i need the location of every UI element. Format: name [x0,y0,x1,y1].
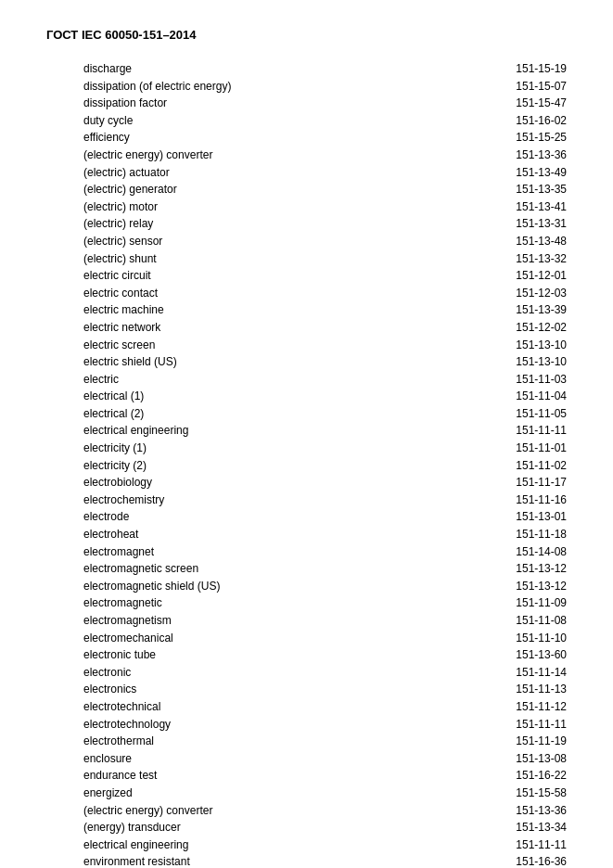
entry-term: environment resistant [46,853,343,868]
table-row: electrode151-13-01 [46,508,567,526]
entry-term: efficiency [46,129,343,147]
entry-term: electrode [46,508,343,526]
entry-term: (electric) relay [46,215,343,233]
entry-code: 151-16-02 [516,112,567,130]
table-row: electromagnetic shield (US)151-13-12 [46,578,567,595]
table-row: electroheat151-11-18 [46,526,567,543]
entry-term: electromagnetism [46,612,343,630]
table-row: dissipation factor151-15-47 [46,95,567,112]
table-row: electrobiology151-11-17 [46,474,567,491]
entry-code: 151-13-10 [516,353,567,371]
entry-term: electromagnetic screen [46,560,343,578]
entry-code: 151-11-11 [516,716,567,734]
entry-term: dissipation factor [46,95,343,112]
entry-code: 151-13-35 [516,181,567,198]
entry-code: 151-16-22 [516,767,567,785]
entry-term: electrobiology [46,474,343,491]
entry-code: 151-13-60 [516,646,567,664]
table-row: electric151-11-03 [46,371,567,389]
entry-code: 151-11-14 [516,664,567,682]
entry-code: 151-11-12 [516,698,567,716]
table-row: electronic151-11-14 [46,664,567,682]
entry-code: 151-11-09 [516,594,567,612]
entry-term: duty cycle [46,112,343,130]
entry-term: energized [46,785,343,802]
table-row: (energy) transducer151-13-34 [46,819,567,836]
entry-term: electric machine [46,301,343,319]
entry-code: 151-15-58 [516,785,567,802]
entry-term: (electric energy) converter [46,802,343,820]
table-row: electrothermal151-11-19 [46,733,567,750]
entry-term: electrical (2) [46,405,343,423]
entry-code: 151-13-36 [516,802,567,820]
entry-term: (electric) sensor [46,233,343,250]
entry-term: electricity (2) [46,457,343,475]
table-row: (electric) shunt151-13-32 [46,250,567,268]
entry-term: (electric energy) converter [46,147,343,164]
table-row: electrical engineering151-11-11 [46,836,567,854]
entry-code: 151-13-32 [516,250,567,268]
table-row: (electric) relay151-13-31 [46,215,567,233]
entry-code: 151-11-16 [516,491,567,509]
entry-term: enclosure [46,750,343,768]
table-row: (electric energy) converter151-13-36 [46,147,567,164]
entry-code: 151-15-07 [516,78,567,96]
entry-term: electromagnetic [46,594,343,612]
entry-code: 151-13-12 [516,578,567,595]
entry-code: 151-11-03 [516,371,567,389]
entry-term: electric contact [46,285,343,302]
table-row: electronics151-11-13 [46,681,567,698]
entry-term: electronic tube [46,646,343,664]
table-row: electronic tube151-13-60 [46,646,567,664]
entry-term: electrothermal [46,733,343,750]
table-row: electrochemistry151-11-16 [46,491,567,509]
entry-term: electroheat [46,526,343,543]
entry-term: electrotechnical [46,698,343,716]
entry-code: 151-13-01 [516,508,567,526]
entry-code: 151-11-11 [516,422,567,440]
entry-code: 151-11-04 [516,388,567,405]
entry-term: (electric) actuator [46,164,343,182]
entry-term: electromagnet [46,543,343,561]
table-row: electrotechnical151-11-12 [46,698,567,716]
entry-code: 151-15-19 [516,60,567,78]
table-row: electric circuit151-12-01 [46,267,567,285]
table-row: electromagnet151-14-08 [46,543,567,561]
table-row: (electric energy) converter151-13-36 [46,802,567,820]
entry-term: (electric) generator [46,181,343,198]
entry-code: 151-13-36 [516,147,567,164]
table-row: electric screen151-13-10 [46,337,567,354]
entry-term: (electric) motor [46,198,343,216]
page-header: ГОСТ IEC 60050-151–2014 [46,28,567,42]
entry-code: 151-13-39 [516,301,567,319]
table-row: endurance test151-16-22 [46,767,567,785]
entry-term: dissipation (of electric energy) [46,78,343,96]
table-row: electromagnetism151-11-08 [46,612,567,630]
entry-code: 151-11-11 [516,836,567,854]
table-row: electromagnetic151-11-09 [46,594,567,612]
table-row: duty cycle151-16-02 [46,112,567,130]
entry-code: 151-12-03 [516,285,567,302]
entry-term: electricity (1) [46,440,343,457]
entry-term: electronic [46,664,343,682]
table-row: electrical engineering151-11-11 [46,422,567,440]
table-row: efficiency151-15-25 [46,129,567,147]
table-row: electrical (1)151-11-04 [46,388,567,405]
entry-term: electric [46,371,343,389]
entry-term: electrical engineering [46,836,343,854]
entry-term: electric circuit [46,267,343,285]
entry-code: 151-11-08 [516,612,567,630]
table-row: discharge151-15-19 [46,60,567,78]
entry-code: 151-13-34 [516,819,567,836]
entry-code: 151-12-01 [516,267,567,285]
table-row: electric network151-12-02 [46,319,567,337]
entry-term: electrical (1) [46,388,343,405]
entry-code: 151-11-19 [516,733,567,750]
table-row: electric machine151-13-39 [46,301,567,319]
entry-code: 151-13-08 [516,750,567,768]
entry-code: 151-13-12 [516,560,567,578]
entry-code: 151-13-31 [516,215,567,233]
entry-code: 151-13-49 [516,164,567,182]
entry-term: discharge [46,60,343,78]
table-row: electricity (1)151-11-01 [46,440,567,457]
